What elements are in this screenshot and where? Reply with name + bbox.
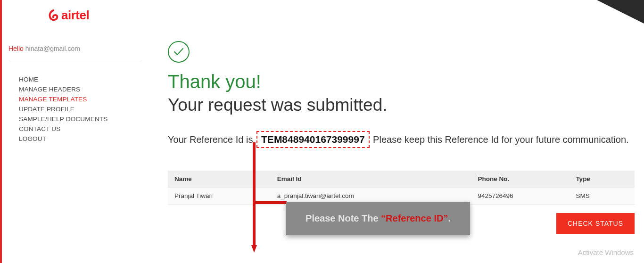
check-status-button[interactable]: CHECK STATUS (556, 213, 635, 234)
submitted-subheading: Your request was submitted. (168, 95, 635, 115)
reference-id: TEM848940167399997 (256, 131, 370, 148)
brand-logo[interactable]: airtel (47, 8, 89, 23)
sidebar-item-contact-us[interactable]: CONTACT US (19, 124, 142, 134)
reference-line: Your Reference Id is TEM848940167399997 … (168, 131, 635, 148)
cell-name: Pranjal Tiwari (168, 188, 271, 205)
cell-type: SMS (569, 188, 635, 205)
user-greeting: Hello hinata@gmail.com (8, 45, 142, 61)
cell-phone: 9425726496 (471, 188, 569, 205)
success-check-icon (168, 41, 190, 63)
reference-prefix: Your Reference Id is (168, 134, 253, 145)
annotation-note-highlight: “Reference ID” (381, 213, 448, 223)
sidebar-item-home[interactable]: HOME (19, 74, 142, 84)
col-header-email: Email Id (271, 171, 471, 188)
sidebar-item-manage-headers[interactable]: MANAGE HEADERS (19, 84, 142, 94)
user-email: hinata@gmail.com (25, 45, 80, 52)
thank-you-heading: Thank you! (168, 71, 635, 92)
greeting-prefix: Hello (8, 45, 24, 52)
reference-suffix: Please keep this Reference Id for your f… (371, 134, 629, 145)
sidebar: Hello hinata@gmail.com HOME MANAGE HEADE… (0, 31, 151, 263)
sidebar-item-manage-templates[interactable]: MANAGE TEMPLATES (19, 94, 142, 104)
brand-name: airtel (61, 8, 89, 23)
annotation-callout: Please Note The “Reference ID”. (286, 202, 470, 235)
col-header-phone: Phone No. (471, 171, 569, 188)
header: airtel (0, 0, 644, 31)
left-accent-border (0, 0, 2, 263)
airtel-swirl-icon (47, 9, 59, 22)
sidebar-nav: HOME MANAGE HEADERS MANAGE TEMPLATES UPD… (8, 74, 142, 144)
table-header-row: Name Email Id Phone No. Type (168, 171, 635, 188)
annotation-note-prefix: Please Note The (305, 213, 381, 223)
sidebar-item-logout[interactable]: LOGOUT (19, 134, 142, 144)
sidebar-item-sample-help-documents[interactable]: SAMPLE/HELP DOCUMENTS (19, 114, 142, 124)
corner-decoration (597, 0, 644, 24)
col-header-type: Type (569, 171, 635, 188)
submission-table: Name Email Id Phone No. Type Pranjal Tiw… (168, 171, 635, 205)
col-header-name: Name (168, 171, 271, 188)
sidebar-item-update-profile[interactable]: UPDATE PROFILE (19, 104, 142, 114)
annotation-note-suffix: . (448, 213, 451, 223)
